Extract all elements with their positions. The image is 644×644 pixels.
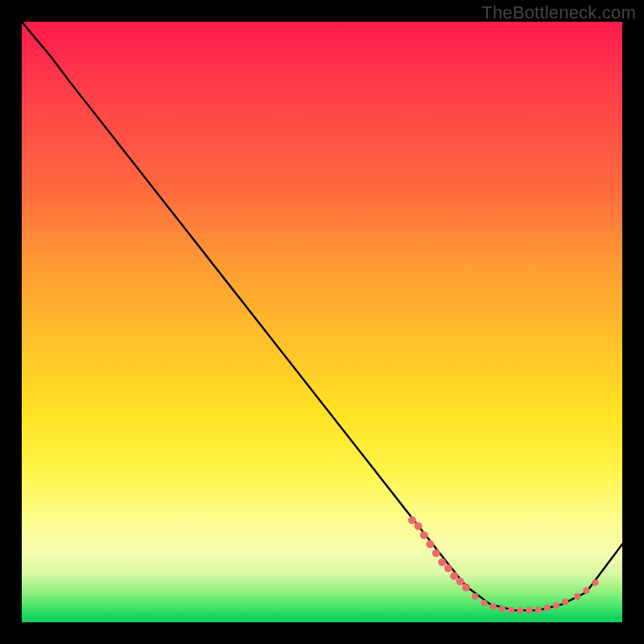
curve-markers (408, 516, 599, 613)
plot-area (22, 22, 622, 622)
curve-marker (535, 606, 541, 613)
curve-marker (544, 605, 551, 611)
curve-marker (562, 598, 568, 605)
curve-marker (499, 605, 506, 612)
watermark-text: TheBottleneck.com (481, 2, 636, 23)
curve-marker (481, 600, 487, 606)
curve-marker (456, 577, 464, 585)
chart-svg (22, 22, 622, 622)
curve-marker (426, 540, 434, 548)
curve-marker (592, 580, 598, 586)
curve-marker (414, 522, 422, 530)
curve-marker (432, 549, 440, 557)
curve-marker (574, 593, 580, 600)
curve-marker (450, 572, 458, 580)
curve-marker (508, 607, 514, 613)
bottleneck-curve (22, 22, 622, 610)
curve-marker (420, 531, 428, 539)
chart-container: TheBottleneck.com (0, 0, 644, 644)
curve-marker (408, 516, 416, 524)
curve-marker (444, 564, 452, 572)
curve-marker (462, 584, 470, 592)
curve-marker (517, 607, 523, 613)
curve-marker (472, 593, 478, 600)
curve-marker (553, 602, 559, 609)
curve-marker (526, 607, 532, 613)
curve-marker (583, 587, 589, 593)
curve-marker (438, 558, 446, 566)
curve-marker (489, 603, 496, 609)
